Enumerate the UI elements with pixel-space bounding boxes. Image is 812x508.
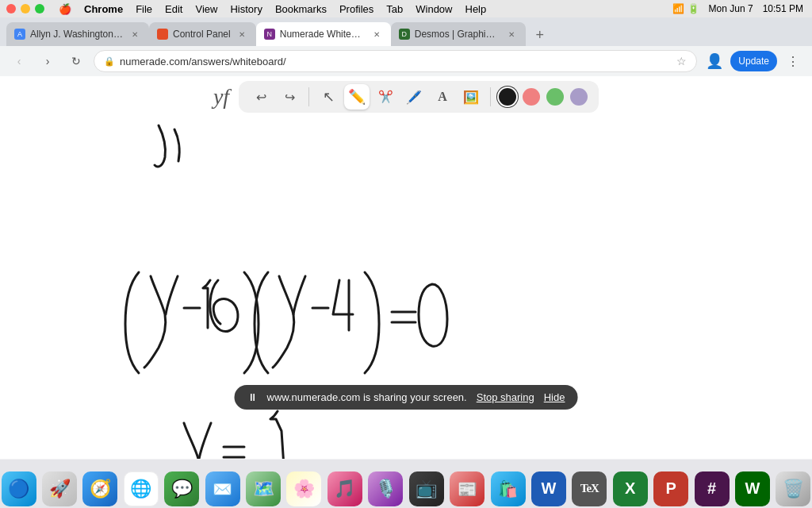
hide-button[interactable]: Hide	[544, 391, 565, 403]
color-lavender[interactable]	[570, 88, 588, 106]
menubar-help[interactable]: Help	[459, 3, 493, 15]
dock-webex[interactable]: W	[733, 468, 771, 509]
close-button[interactable]	[6, 4, 16, 13]
whiteboard-canvas[interactable]: + ⏸ www.numerade.com is sharing your scr…	[0, 117, 812, 459]
profile-icon-button[interactable]: 👤	[703, 50, 726, 72]
powerpoint-icon: P	[653, 471, 688, 506]
bookmark-star-icon[interactable]: ☆	[676, 55, 687, 67]
news-icon: 📰	[450, 471, 485, 506]
menubar-right: 📶 🔋 Mon Jun 7 10:51 PM	[670, 3, 806, 14]
tab4-close[interactable]: ✕	[505, 28, 518, 40]
dock-excel[interactable]: X	[611, 468, 649, 509]
dock-finder[interactable]: 🔵	[0, 468, 37, 509]
tab-controlpanel[interactable]: Control Panel ✕	[149, 22, 256, 46]
dock-music[interactable]: 🎵	[326, 468, 363, 509]
messages-icon: 💬	[164, 471, 199, 506]
tex-icon: TeX	[572, 471, 607, 506]
launchpad-icon: 🚀	[42, 471, 77, 506]
back-button[interactable]: ‹	[8, 50, 30, 72]
dock-news[interactable]: 📰	[448, 468, 485, 509]
dock-trash[interactable]: 🗑️	[775, 468, 812, 509]
dock-safari[interactable]: 🧭	[82, 468, 119, 509]
addressbar-actions: 👤 Update ⋮	[703, 50, 804, 72]
tab2-close[interactable]: ✕	[236, 28, 248, 40]
music-icon: 🎵	[327, 471, 362, 506]
tab-desmos[interactable]: D Desmos | Graphing Calculator ✕	[391, 22, 526, 46]
screen-share-pause-icon: ⏸	[247, 391, 258, 403]
whiteboard-toolbar: yf ↩ ↪ ↖ ✏️ ✂️ 🖊️ A 🖼️	[0, 76, 812, 117]
tab1-close[interactable]: ✕	[128, 28, 141, 40]
dock-launchpad[interactable]: 🚀	[40, 468, 78, 509]
tab-numerade[interactable]: N Numerade Whiteboard ✕	[256, 22, 391, 46]
undo-button[interactable]: ↩	[248, 84, 274, 110]
dock-messages[interactable]: 💬	[163, 468, 201, 509]
brush-tool-button[interactable]: 🖊️	[401, 84, 427, 110]
select-tool-button[interactable]: ↖	[316, 84, 341, 110]
menubar-profiles[interactable]: Profiles	[333, 3, 380, 15]
dock-photos[interactable]: 🌸	[285, 468, 323, 509]
screen-share-message: www.numerade.com is sharing your screen.	[267, 391, 467, 403]
dock-slack[interactable]: #	[693, 468, 730, 509]
color-green[interactable]	[546, 88, 564, 106]
menubar-apple[interactable]: 🍎	[52, 3, 78, 15]
menubar-edit[interactable]: Edit	[159, 3, 189, 15]
url-bar[interactable]: 🔒 numerade.com/answers/whiteboard/ ☆	[94, 50, 697, 72]
menubar-time: Mon Jun 7	[707, 3, 756, 14]
dock-tv[interactable]: 📺	[408, 468, 445, 509]
dock-maps[interactable]: 🗺️	[244, 468, 282, 509]
tool-separator-1	[308, 87, 309, 106]
word-icon: W	[531, 471, 566, 506]
new-tab-button[interactable]: +	[529, 24, 551, 46]
tab-allyn[interactable]: A Allyn J. Washington, Richard S... ✕	[6, 22, 149, 46]
dock-appstore[interactable]: 🛍️	[489, 468, 527, 509]
screen-share-bar: ⏸ www.numerade.com is sharing your scree…	[235, 385, 578, 410]
menubar-history[interactable]: History	[224, 3, 268, 15]
menubar: 🍎 Chrome File Edit View History Bookmark…	[0, 0, 812, 17]
addressbar: ‹ › ↻ 🔒 numerade.com/answers/whiteboard/…	[0, 46, 812, 76]
toolbar-tools: ↩ ↪ ↖ ✏️ ✂️ 🖊️ A 🖼️	[239, 81, 599, 113]
update-button[interactable]: Update	[730, 51, 777, 71]
reload-button[interactable]: ↻	[65, 50, 87, 72]
more-options-button[interactable]: ⋮	[782, 50, 804, 72]
lock-icon: 🔒	[104, 56, 115, 67]
dock-mail[interactable]: ✉️	[204, 468, 241, 509]
tab1-title: Allyn J. Washington, Richard S...	[30, 29, 124, 40]
redo-button[interactable]: ↪	[277, 84, 302, 110]
dock-chrome[interactable]: 🌐	[122, 468, 159, 509]
eraser-tool-button[interactable]: ✂️	[373, 84, 398, 110]
color-pink[interactable]	[523, 88, 540, 106]
color-black[interactable]	[499, 88, 516, 106]
tab3-close[interactable]: ✕	[370, 28, 383, 40]
tab1-favicon: A	[14, 29, 25, 40]
dock-podcasts[interactable]: 🎙️	[367, 468, 404, 509]
text-tool-button[interactable]: A	[430, 84, 455, 110]
menubar-icons: 📶 🔋	[670, 3, 701, 14]
dock-tex[interactable]: TeX	[571, 468, 608, 509]
menubar-file[interactable]: File	[129, 3, 159, 15]
mail-icon: ✉️	[205, 471, 240, 506]
safari-icon: 🧭	[82, 471, 117, 506]
menubar-bookmarks[interactable]: Bookmarks	[269, 3, 333, 15]
forward-button[interactable]: ›	[36, 50, 59, 72]
menubar-view[interactable]: View	[189, 3, 224, 15]
tab4-favicon: D	[399, 29, 410, 40]
tab2-favicon	[157, 29, 168, 40]
menubar-tab[interactable]: Tab	[380, 3, 409, 15]
dock: 🔵 🚀 🧭 🌐 💬 ✉️ 🗺️ 🌸 🎵 🎙️ 📺 📰	[0, 459, 812, 508]
url-text: numerade.com/answers/whiteboard/	[120, 56, 672, 67]
pen-tool-button[interactable]: ✏️	[344, 84, 370, 110]
image-tool-button[interactable]: 🖼️	[458, 84, 484, 110]
chrome-icon: 🌐	[124, 471, 159, 506]
menubar-chrome[interactable]: Chrome	[78, 3, 129, 15]
minimize-button[interactable]	[21, 4, 30, 13]
tab4-title: Desmos | Graphing Calculator	[415, 29, 500, 40]
stop-sharing-button[interactable]: Stop sharing	[477, 391, 534, 403]
menubar-clock: 10:51 PM	[760, 3, 806, 14]
slack-icon: #	[695, 471, 730, 506]
finder-icon: 🔵	[2, 471, 36, 506]
maximize-button[interactable]	[35, 4, 44, 13]
dock-powerpoint[interactable]: P	[652, 468, 689, 509]
appstore-icon: 🛍️	[491, 471, 526, 506]
menubar-window[interactable]: Window	[409, 3, 458, 15]
dock-word[interactable]: W	[530, 468, 567, 509]
